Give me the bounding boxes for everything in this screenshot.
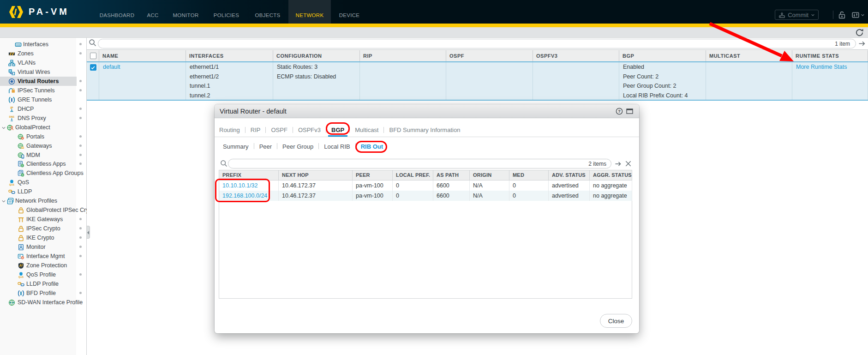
refresh-icon[interactable] [855, 28, 864, 37]
sidebar-item-portals[interactable]: Portals [0, 132, 87, 141]
sidebar-item-ike-gateways[interactable]: IKE Gateways [0, 215, 87, 224]
subtab-peer-group[interactable]: Peer Group [279, 140, 317, 153]
subtab-rib-out[interactable]: RIB Out [358, 140, 386, 153]
clear-filter-icon[interactable] [625, 160, 632, 167]
dialog-tab-bgp[interactable]: BGP [328, 123, 347, 137]
sidebar-item-zone-protection[interactable]: Zone Protection [0, 261, 87, 270]
sidebar-item-vlans[interactable]: VLANs [0, 58, 87, 67]
rib-out-row-10-10-10-1-32[interactable]: 10.10.10.1/3210.46.172.37pa-vm-10006600N… [219, 181, 632, 191]
sidebar-item-interface-mgmt[interactable]: Interface Mgmt [0, 252, 87, 261]
nav-tab-objects[interactable]: OBJECTS [247, 0, 288, 24]
prefix-link[interactable]: 10.10.10.1/32 [222, 182, 257, 189]
sidebar-item-clientless-app-groups[interactable]: Clientless App Groups [0, 168, 87, 178]
help-icon[interactable]: ? [616, 108, 623, 115]
tasks-icon[interactable] [851, 11, 860, 19]
dialog-tab-ospf[interactable]: OSPF [268, 123, 290, 137]
subtab-local-rib[interactable]: Local RIB [321, 140, 353, 153]
search-input[interactable]: 1 item [98, 39, 856, 48]
commit-button[interactable]: Commit [775, 10, 819, 20]
sidebar-item-label: BFD Profile [26, 290, 87, 296]
row-select-cell [87, 62, 99, 100]
rib-out-search-input[interactable]: 2 items [228, 159, 611, 168]
sidebar-item-lldp[interactable]: LLDP [0, 187, 87, 196]
vr-table-row-default[interactable]: defaultethernet1/1ethernet1/2tunnel.1tun… [87, 61, 868, 101]
column-header-adv-status[interactable]: ADV. STATUS [549, 170, 590, 180]
dialog-tab-bfd-summary-information[interactable]: BFD Summary Information [386, 123, 463, 137]
sidebar-item-qos-profile[interactable]: QoSQoS Profile [0, 270, 87, 279]
sidebar-item-virtual-wires[interactable]: Virtual Wires [0, 67, 87, 77]
nav-tab-monitor[interactable]: MONITOR [166, 0, 206, 24]
sidebar-item-clientless-apps[interactable]: Clientless Apps [0, 159, 87, 168]
pa-vm-app: PA-VM DASHBOARDACCMONITORPOLICIESOBJECTS… [0, 0, 868, 355]
sidebar-item-dns-proxy[interactable]: DNSDNS Proxy [0, 114, 87, 123]
close-button[interactable]: Close [600, 314, 632, 328]
dialog-tab-multicast[interactable]: Multicast [352, 123, 382, 137]
subtab-summary[interactable]: Summary [220, 140, 252, 153]
sidebar-item-mdm[interactable]: MDM [0, 150, 87, 160]
sidebar-item-ipsec-tunnels[interactable]: IPSec Tunnels [0, 86, 87, 95]
nav-tab-dashboard[interactable]: DASHBOARD [94, 0, 140, 24]
cell-prefix[interactable]: 192.168.100.0/24 [219, 191, 279, 201]
column-header-peer[interactable]: PEER [353, 170, 393, 180]
apply-filter-icon[interactable] [858, 40, 866, 48]
tasks-chevron-icon[interactable] [861, 13, 865, 17]
column-header-ospf[interactable]: OSPF [446, 50, 533, 61]
column-header-rip[interactable]: RIP [360, 50, 446, 61]
dialog-tab-ospfv3[interactable]: OSPFv3 [295, 123, 324, 137]
cell-aggr-status: no aggregate [590, 191, 632, 201]
sidebar-item-interfaces[interactable]: Interfaces [0, 40, 87, 49]
column-header-multicast[interactable]: MULTICAST [706, 50, 792, 61]
column-header-local-pref[interactable]: LOCAL PREF. [393, 170, 433, 180]
sidebar-item-globalprotect[interactable]: GlobalProtect [0, 123, 87, 132]
column-header-origin[interactable]: ORIGIN [470, 170, 509, 180]
sidebar-item-zones[interactable]: Zones [0, 49, 87, 58]
dialog-titlebar[interactable]: Virtual Router - default ? [215, 104, 639, 118]
sidebar-item-lldp-profile[interactable]: LLDP Profile [0, 279, 87, 289]
sidebar-item-monitor[interactable]: Monitor [0, 242, 87, 252]
row-checkbox[interactable] [90, 64, 96, 71]
column-header-configuration[interactable]: CONFIGURATION [273, 50, 360, 61]
nav-tab-device[interactable]: DEVICE [331, 0, 368, 24]
select-all-checkbox[interactable] [90, 53, 96, 59]
rib-out-row-192-168-100-0-24[interactable]: 192.168.100.0/2410.46.172.37pa-vm-100066… [219, 191, 632, 201]
column-header-interfaces[interactable]: INTERFACES [186, 50, 273, 61]
vr-name-link[interactable]: default [103, 64, 120, 70]
sidebar-item-gre-tunnels[interactable]: GRE Tunnels [0, 95, 87, 104]
sidebar-item-virtual-routers[interactable]: Virtual Routers [0, 77, 77, 86]
nav-tab-network[interactable]: NETWORK [288, 0, 331, 24]
subtab-peer[interactable]: Peer [256, 140, 275, 153]
tab-separator [254, 143, 254, 149]
sidebar-item-globalprotect-ipsec-crypto[interactable]: GlobalProtect IPSec Crypto [0, 205, 87, 215]
maximize-icon[interactable] [626, 108, 634, 115]
more-runtime-stats-link[interactable]: More Runtime Stats [796, 64, 847, 70]
column-header-runtime-stats[interactable]: RUNTIME STATS [792, 50, 868, 61]
sidebar-collapse-handle[interactable] [87, 226, 90, 239]
column-header-as-path[interactable]: AS PATH [433, 170, 470, 180]
sidebar-item-dhcp[interactable]: IPDHCP [0, 104, 87, 114]
sidebar-item-gateways[interactable]: Gateways [0, 141, 87, 150]
dialog-tab-routing[interactable]: Routing [216, 123, 243, 137]
column-header-name[interactable]: NAME [99, 50, 186, 61]
sidebar-item-network-profiles[interactable]: Network Profiles [0, 196, 87, 205]
column-header-next-hop[interactable]: NEXT HOP [279, 170, 353, 180]
apply-filter-icon[interactable] [615, 160, 622, 168]
sidebar-item-label: Zone Protection [26, 262, 87, 269]
sidebar-item-ike-crypto[interactable]: IKE Crypto [0, 233, 87, 242]
chevron-down-icon[interactable] [1, 126, 6, 130]
sidebar-item-qos[interactable]: QoSQoS [0, 178, 87, 187]
dialog-tab-rip[interactable]: RIP [247, 123, 264, 137]
prefix-link[interactable]: 192.168.100.0/24 [222, 193, 267, 199]
column-header-bgp[interactable]: BGP [619, 50, 706, 61]
column-header-prefix[interactable]: PREFIX [219, 170, 279, 180]
column-header-aggr-status[interactable]: AGGR. STATUS [590, 170, 632, 180]
cell-prefix[interactable]: 10.10.10.1/32 [219, 181, 279, 191]
nav-tab-acc[interactable]: ACC [140, 0, 166, 24]
sidebar-item-sd-wan-interface-profile[interactable]: SD-WAN Interface Profile [0, 298, 87, 307]
column-header-ospfv3[interactable]: OSPFV3 [533, 50, 619, 61]
chevron-down-icon[interactable] [1, 199, 6, 204]
nav-tab-policies[interactable]: POLICIES [206, 0, 247, 24]
unlock-icon[interactable] [838, 11, 846, 19]
column-header-med[interactable]: MED [509, 170, 549, 180]
sidebar-item-ipsec-crypto[interactable]: IPSec Crypto [0, 224, 87, 233]
sidebar-item-bfd-profile[interactable]: BFD Profile [0, 289, 87, 298]
